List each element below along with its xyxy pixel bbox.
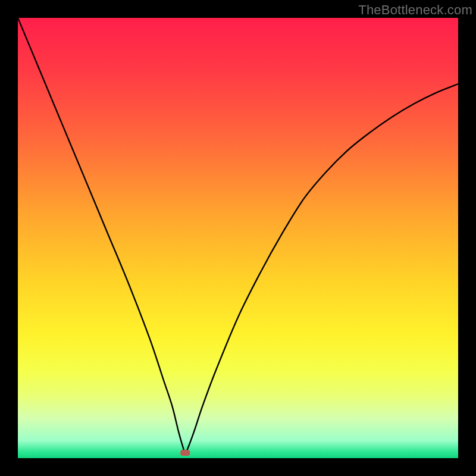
minimum-marker [180, 450, 190, 456]
gradient-rect [18, 18, 458, 458]
plot-svg [18, 18, 458, 458]
watermark-text: TheBottleneck.com [358, 2, 472, 18]
chart-stage: TheBottleneck.com [0, 0, 476, 476]
plot-area [18, 18, 458, 458]
